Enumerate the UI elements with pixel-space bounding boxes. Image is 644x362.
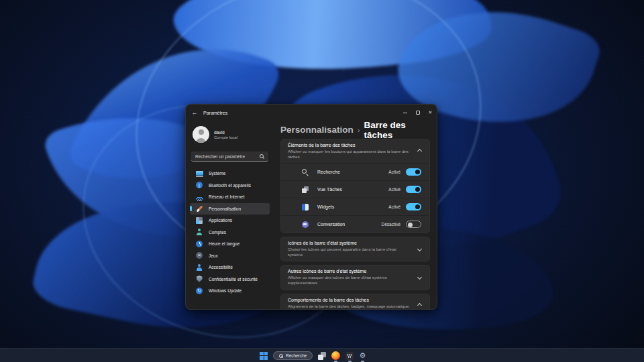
accounts-icon: [195, 228, 203, 236]
sidebar-item-label: Bluetooth et appareils: [209, 183, 251, 188]
sidebar-item-label: Heure et langue: [209, 241, 239, 246]
section-subtitle: Afficher ou masquer les boutons qui appa…: [288, 149, 412, 160]
sidebar-item-windows-update[interactable]: Windows Update: [190, 285, 270, 296]
task-view-button[interactable]: [317, 349, 327, 362]
search-icon: [260, 154, 264, 159]
maximize-button[interactable]: [411, 105, 424, 121]
account-type: Compte local: [214, 135, 237, 139]
breadcrumb-parent[interactable]: Personnalisation: [280, 125, 354, 135]
sidebar-item-bluetooth[interactable]: Bluetooth et appareils: [190, 180, 270, 191]
settings-content: Personnalisation › Barre des tâches Élém…: [274, 121, 437, 310]
gaming-icon: [195, 251, 203, 259]
window-title: Paramètres: [203, 111, 227, 115]
close-button[interactable]: ✕: [424, 105, 437, 121]
taskbar: Recherche ⚙: [0, 348, 644, 362]
app-grid-icon: [345, 352, 354, 360]
toggle-conversation[interactable]: [406, 221, 421, 228]
start-button[interactable]: [259, 349, 268, 362]
windows-update-icon: [195, 287, 203, 295]
app-grid-button[interactable]: [345, 349, 354, 362]
section-title: Autres icônes de barre d'état système: [288, 269, 412, 274]
section-header-tray-icons[interactable]: Icônes de la barre d'état système Choisi…: [281, 237, 429, 261]
toggle-vue-taches[interactable]: [406, 186, 421, 193]
row-label: Vue Tâches: [317, 187, 388, 192]
row-label: Widgets: [317, 204, 388, 209]
settings-taskbar-button[interactable]: ⚙: [358, 349, 366, 362]
sidebar-item-comptes[interactable]: Comptes: [190, 227, 270, 238]
sidebar-item-label: Comptes: [209, 230, 226, 235]
sidebar-item-jeux[interactable]: Jeux: [190, 250, 270, 261]
toggle-status-label: Désactivé: [381, 222, 400, 227]
chat-icon: [301, 221, 309, 228]
section-title: Icônes de la barre d'état système: [288, 241, 412, 245]
task-view-icon: [318, 352, 326, 360]
system-icon: [195, 170, 203, 178]
chevron-down-icon[interactable]: [417, 247, 422, 251]
minimize-button[interactable]: [398, 105, 411, 121]
page-title: Barre des tâches: [364, 120, 430, 140]
sidebar-nav: Système Bluetooth et appareils Réseau et…: [190, 168, 270, 296]
section-header-taskbar-items[interactable]: Éléments de la barre des tâches Afficher…: [281, 139, 429, 163]
user-account[interactable]: david Compte local: [193, 126, 268, 143]
gear-icon: ⚙: [359, 352, 366, 359]
row-label: Recherche: [317, 170, 388, 174]
card-system-tray-icons: Icônes de la barre d'état système Choisi…: [280, 237, 430, 261]
desktop: ← Paramètres ✕ david Compte local R: [0, 0, 644, 362]
sidebar-item-confidentialite[interactable]: Confidentialité et sécurité: [190, 274, 270, 285]
taskbar-search-label: Recherche: [286, 353, 307, 358]
sidebar-item-label: Système: [209, 171, 225, 176]
sidebar-item-heure-langue[interactable]: Heure et langue: [190, 238, 270, 249]
search-placeholder: Rechercher un paramètre: [195, 154, 260, 159]
row-label: Conversation: [317, 222, 381, 227]
toggle-widgets[interactable]: [406, 203, 421, 210]
task-view-icon: [301, 186, 309, 193]
section-subtitle: Alignement de la barre des tâches, badge…: [288, 304, 412, 310]
sidebar-item-applications[interactable]: Applications: [190, 215, 270, 226]
avatar: [193, 126, 209, 143]
breadcrumb-separator: ›: [358, 126, 360, 134]
apps-icon: [195, 217, 203, 225]
windows-logo-icon: [260, 352, 268, 360]
accessibility-icon: [195, 263, 203, 272]
sidebar-item-label: Applications: [209, 218, 232, 223]
search-icon: [279, 354, 283, 358]
breadcrumb: Personnalisation › Barre des tâches: [280, 124, 430, 135]
back-button[interactable]: ←: [186, 109, 203, 116]
section-subtitle: Choisir les icônes qui peuvent apparaîtr…: [288, 247, 412, 257]
search-icon: [301, 168, 309, 176]
chevron-up-icon[interactable]: [417, 149, 422, 154]
firefox-icon: [331, 351, 340, 360]
sidebar-item-label: Confidentialité et sécurité: [209, 277, 258, 282]
sidebar-item-accessibilite[interactable]: Accessibilité: [190, 261, 270, 273]
chevron-up-icon[interactable]: [417, 303, 422, 308]
sidebar-item-label: Personnalisation: [209, 206, 241, 211]
toggle-status-label: Activé: [388, 204, 400, 209]
time-language-icon: [195, 240, 203, 248]
sidebar-item-label: Réseau et Internet: [209, 194, 244, 199]
section-header-other-tray-icons[interactable]: Autres icônes de barre d'état système Af…: [281, 265, 429, 289]
user-name: david: [214, 130, 237, 135]
section-subtitle: Afficher ou masquer des icônes de barre …: [288, 275, 412, 286]
card-taskbar-behaviors: Comportements de la barre des tâches Ali…: [280, 294, 430, 310]
firefox-button[interactable]: [331, 349, 341, 362]
bluetooth-icon: [195, 181, 203, 189]
chevron-down-icon[interactable]: [417, 275, 422, 280]
sidebar-item-personnalisation[interactable]: Personnalisation: [190, 203, 270, 215]
sidebar-item-label: Jeux: [209, 253, 218, 258]
settings-search-input[interactable]: Rechercher un paramètre: [191, 152, 268, 162]
taskbar-search-button[interactable]: Recherche: [272, 349, 313, 362]
sidebar-item-label: Windows Update: [209, 288, 241, 293]
widgets-icon: [301, 203, 309, 210]
row-widgets: Widgets Activé: [281, 198, 429, 215]
section-title: Comportements de la barre des tâches: [288, 298, 412, 302]
sidebar: david Compte local Rechercher un paramèt…: [186, 121, 274, 310]
section-header-behaviors[interactable]: Comportements de la barre des tâches Ali…: [281, 294, 429, 310]
card-taskbar-items: Éléments de la barre des tâches Afficher…: [280, 139, 430, 233]
sidebar-item-systeme[interactable]: Système: [190, 168, 270, 179]
privacy-shield-icon: [195, 275, 203, 283]
card-other-tray-icons: Autres icônes de barre d'état système Af…: [280, 265, 430, 290]
toggle-recherche[interactable]: [406, 168, 421, 176]
sidebar-item-reseau[interactable]: Réseau et Internet: [190, 191, 270, 202]
titlebar: ← Paramètres ✕: [186, 105, 437, 121]
personalization-icon: [195, 204, 203, 213]
